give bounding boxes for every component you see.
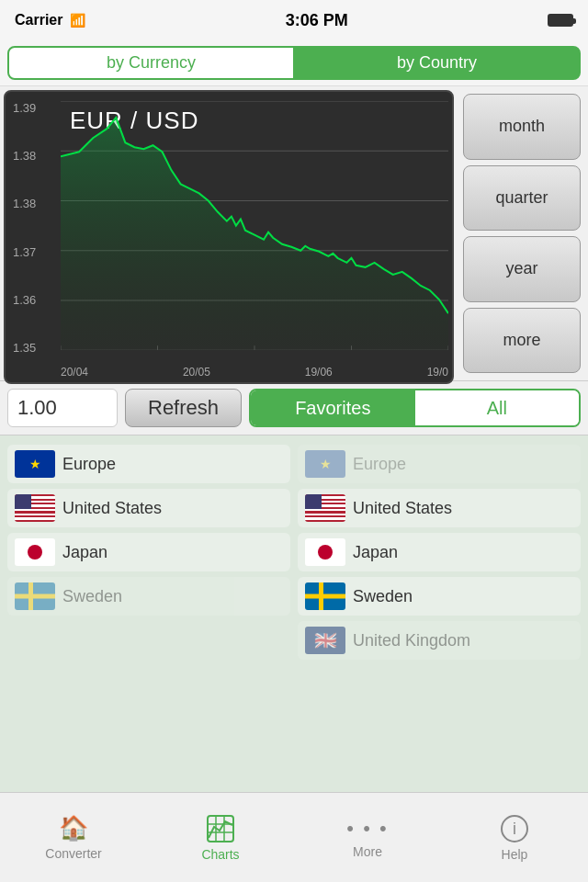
- wifi-icon: 📶: [70, 13, 85, 28]
- svg-text:i: i: [513, 820, 516, 838]
- flag-japan: [15, 538, 55, 566]
- x-label-0: 20/04: [61, 366, 88, 379]
- nav-help-label: Help: [502, 847, 528, 862]
- period-month-button[interactable]: month: [463, 94, 581, 160]
- flag-japan: [305, 538, 345, 566]
- country-name: Japan: [353, 543, 398, 562]
- chart-section: EUR / USD 1.39 1.38 1.38 1.37 1.36 1.35: [0, 86, 588, 380]
- right-column: Europe United States Japan Swed: [298, 445, 581, 783]
- bottom-nav: 🏠 Converter Charts • • • More i: [0, 792, 588, 882]
- chart-svg: [61, 101, 448, 350]
- nav-more[interactable]: • • • More: [294, 793, 441, 882]
- x-label-1: 20/05: [183, 366, 210, 379]
- all-button[interactable]: All: [415, 390, 579, 425]
- nav-help[interactable]: i Help: [441, 793, 588, 882]
- segment-control: by Currency by Country: [0, 40, 588, 86]
- favorites-button[interactable]: Favorites: [251, 390, 414, 425]
- x-axis: 20/04 20/05 19/06 19/0: [61, 366, 448, 379]
- country-name: Europe: [353, 455, 406, 474]
- toolbar: Refresh Favorites All: [0, 380, 588, 435]
- y-label-5: 1.35: [13, 341, 36, 355]
- x-label-2: 19/06: [305, 366, 333, 379]
- period-quarter-button[interactable]: quarter: [463, 165, 581, 232]
- list-item[interactable]: Japan: [7, 533, 290, 571]
- y-label-3: 1.37: [13, 245, 36, 259]
- refresh-button[interactable]: Refresh: [125, 389, 242, 427]
- flag-uk: [305, 627, 345, 654]
- list-item[interactable]: Europe: [7, 445, 290, 483]
- list-item[interactable]: Europe: [298, 445, 581, 483]
- country-name: United States: [62, 499, 162, 518]
- flag-europe: [15, 450, 55, 478]
- y-label-1: 1.38: [13, 149, 36, 163]
- y-label-4: 1.36: [13, 293, 36, 307]
- left-column: Europe United States Japan Swed: [7, 445, 290, 783]
- nav-charts-label: Charts: [201, 847, 239, 862]
- list-item[interactable]: United States: [7, 489, 290, 527]
- country-name: Sweden: [62, 587, 122, 606]
- country-name: Japan: [62, 543, 107, 562]
- country-name: United States: [353, 499, 452, 518]
- period-year-button[interactable]: year: [463, 236, 581, 302]
- country-name: Sweden: [353, 587, 413, 606]
- flag-sweden: [15, 582, 55, 610]
- chart-container: EUR / USD 1.39 1.38 1.38 1.37 1.36 1.35: [4, 90, 454, 384]
- flag-us: [305, 494, 345, 522]
- x-label-3: 19/0: [427, 366, 448, 379]
- more-icon: • • •: [346, 817, 388, 841]
- country-name: United Kingdom: [353, 631, 470, 650]
- by-country-tab[interactable]: by Country: [294, 46, 581, 80]
- y-axis: 1.39 1.38 1.38 1.37 1.36 1.35: [13, 101, 36, 355]
- list-item[interactable]: Sweden: [298, 577, 581, 616]
- nav-converter-label: Converter: [45, 846, 101, 861]
- currency-list: Europe United States Japan Swed: [0, 435, 588, 792]
- flag-sweden: [305, 582, 345, 610]
- by-currency-tab[interactable]: by Currency: [7, 46, 294, 80]
- flag-europe: [305, 450, 345, 478]
- nav-converter[interactable]: 🏠 Converter: [0, 793, 147, 882]
- flag-us: [15, 494, 55, 522]
- list-item[interactable]: United States: [298, 489, 581, 527]
- list-item[interactable]: United Kingdom: [298, 621, 581, 660]
- status-bar: Carrier 📶 3:06 PM: [0, 0, 588, 40]
- list-item[interactable]: Sweden: [7, 577, 290, 616]
- period-more-button[interactable]: more: [463, 308, 581, 374]
- nav-more-label: More: [353, 844, 382, 859]
- period-buttons: month quarter year more: [458, 86, 586, 380]
- battery-icon: [548, 14, 573, 27]
- list-item[interactable]: Japan: [298, 533, 581, 571]
- info-icon: i: [500, 814, 529, 843]
- charts-icon: [206, 814, 235, 843]
- carrier-label: Carrier: [15, 12, 62, 28]
- y-label-0: 1.39: [13, 101, 36, 115]
- favorites-all-control: Favorites All: [249, 389, 581, 427]
- amount-input[interactable]: [7, 389, 118, 427]
- country-name: Europe: [62, 455, 116, 474]
- y-label-2: 1.38: [13, 197, 36, 210]
- nav-charts[interactable]: Charts: [147, 793, 294, 882]
- home-icon: 🏠: [59, 814, 88, 842]
- time-display: 3:06 PM: [286, 11, 348, 30]
